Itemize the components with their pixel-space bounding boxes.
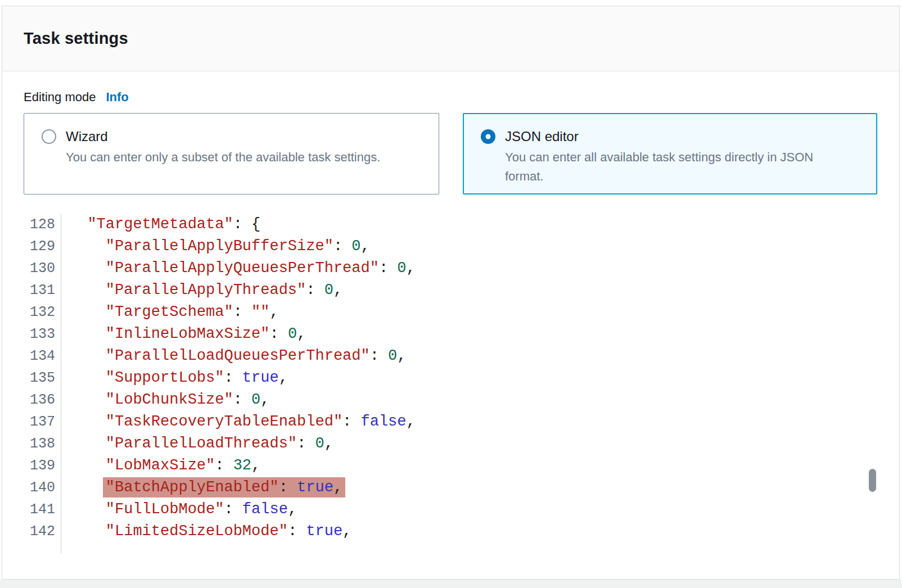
json-editor-option-description: You can enter all available task setting… [505,148,838,186]
json-editor-option-title: JSON editor [505,128,838,146]
code-line[interactable]: 136 "LobChunkSize": 0, [2,389,899,411]
line-number: 136 [2,389,61,411]
line-number: 133 [2,323,61,345]
code-line[interactable]: 135 "SupportLobs": true, [2,367,899,389]
code-line[interactable]: 140 "BatchApplyEnabled": true, [2,477,899,499]
code-line[interactable]: 133 "InlineLobMaxSize": 0, [2,323,899,345]
info-link[interactable]: Info [106,90,128,105]
code-line[interactable]: 132 "TargetSchema": "", [2,301,899,323]
code-line[interactable]: 139 "LobMaxSize": 32, [2,455,899,477]
page-background-strip [0,580,902,588]
line-number: 140 [2,477,61,499]
wizard-option-title: Wizard [66,128,380,146]
task-settings-panel: Task settings Editing mode Info Wizard Y… [2,6,900,580]
line-number: 128 [2,214,61,236]
wizard-radio-button[interactable] [42,129,56,144]
page-title: Task settings [24,29,128,48]
code-line[interactable]: 141 "FullLobMode": false, [2,499,899,521]
line-number: 129 [2,236,61,257]
code-line[interactable]: 137 "TaskRecoveryTableEnabled": false, [2,411,899,433]
line-number: 132 [2,301,61,323]
json-editor-radio-button[interactable] [481,129,495,144]
code-line[interactable]: 131 "ParallelApplyThreads": 0, [2,279,899,301]
code-line[interactable]: 138 "ParallelLoadThreads": 0, [2,433,899,455]
search-highlight: "BatchApplyEnabled": true, [103,477,345,497]
code-line[interactable]: 130 "ParallelApplyQueuesPerThread": 0, [2,257,899,279]
editing-mode-row: Editing mode Info [24,90,899,105]
line-number: 139 [2,455,61,477]
wizard-option-card[interactable]: Wizard You can enter only a subset of th… [24,113,439,195]
code-line[interactable]: 129 "ParallelApplyBufferSize": 0, [2,236,899,257]
line-number: 141 [2,499,61,521]
json-code-editor[interactable]: 128 "TargetMetadata": {129 "ParallelAppl… [2,214,899,554]
json-editor-option-card[interactable]: JSON editor You can enter all available … [463,113,877,195]
line-number: 142 [2,521,61,542]
line-number: 135 [2,367,61,389]
line-number: 134 [2,345,61,367]
panel-header: Task settings [2,6,899,71]
line-number: 130 [2,257,61,279]
code-line[interactable]: 142 "LimitedSizeLobMode": true, [2,521,899,542]
line-number: 131 [2,279,61,301]
code-line[interactable]: 134 "ParallelLoadQueuesPerThread": 0, [2,345,899,367]
code-lines: 128 "TargetMetadata": {129 "ParallelAppl… [2,214,899,554]
wizard-option-description: You can enter only a subset of the avail… [66,148,380,167]
line-number: 138 [2,433,61,455]
editing-mode-label: Editing mode [24,90,96,105]
editing-mode-options: Wizard You can enter only a subset of th… [24,113,899,195]
code-line[interactable]: 128 "TargetMetadata": { [2,214,899,236]
line-number: 137 [2,411,61,433]
editor-scrollbar-thumb[interactable] [869,469,876,492]
